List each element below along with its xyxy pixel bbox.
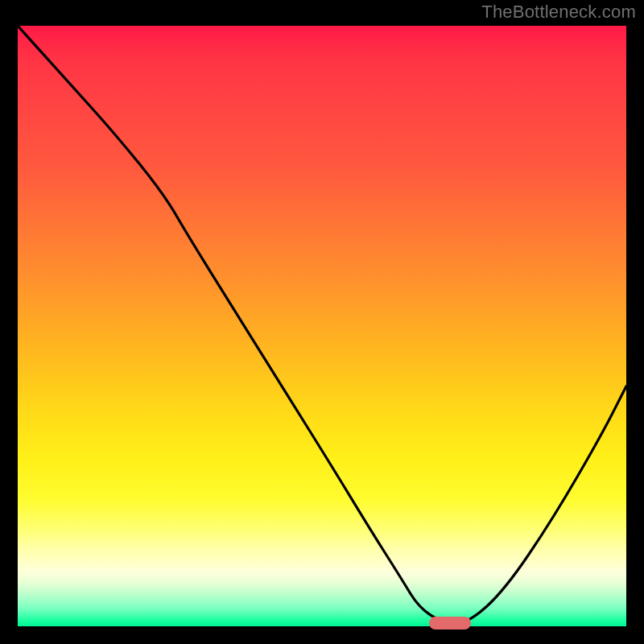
attribution-text: TheBottleneck.com <box>481 2 636 23</box>
curve-svg <box>18 26 626 626</box>
plot-area <box>18 26 626 626</box>
bottleneck-curve-path <box>18 26 626 623</box>
optimum-marker <box>429 617 471 630</box>
chart-frame: TheBottleneck.com <box>0 0 644 644</box>
